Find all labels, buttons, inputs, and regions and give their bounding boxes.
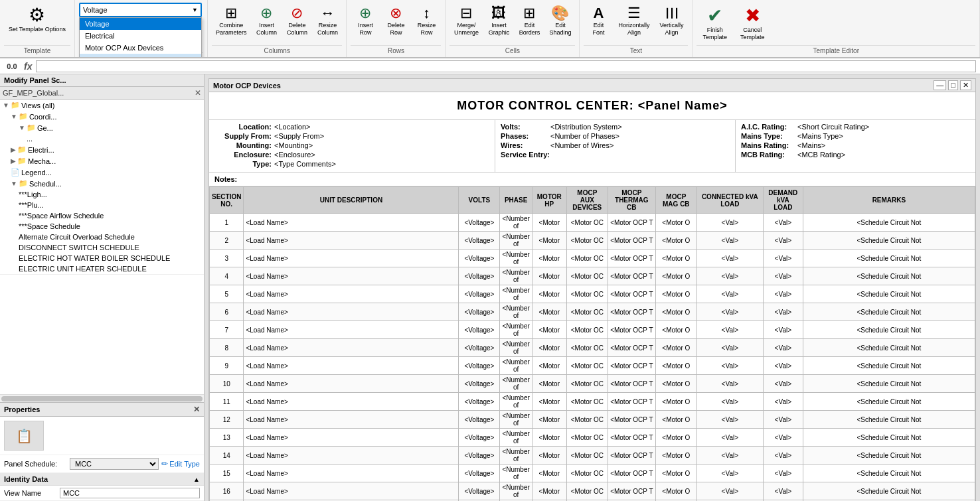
edit-type-label: Edit Type (169, 460, 200, 468)
tree-item-mecha[interactable]: ▶ 📁 Mecha... (0, 155, 204, 167)
table-cell: <Motor O (655, 285, 696, 303)
table-cell: <Motor O (655, 267, 696, 285)
table-cell: <Motor OC (566, 465, 608, 482)
close-panel-btn[interactable]: ✕ (960, 80, 971, 90)
combine-parameters-btn[interactable]: ⊞ CombineParameters (212, 3, 251, 38)
dropdown-item-electrical[interactable]: Electrical (80, 30, 201, 42)
table-cell: <Voltage> (459, 214, 500, 232)
table-cell: 16 (210, 482, 244, 500)
supply-row: Supply From: <Supply From> (214, 132, 489, 140)
table-cell: <Number of (500, 303, 532, 321)
table-cell: <Load Name> (244, 482, 459, 500)
table-cell: <Motor OC (566, 250, 608, 267)
table-cell: <Voltage> (459, 232, 500, 250)
tree-item-water-boiler[interactable]: ELECTRIC HOT WATER BOILER SCHEDULE (0, 253, 204, 263)
close-tree-btn[interactable]: ✕ (195, 88, 201, 98)
insert-graphic-btn[interactable]: 🖼 InsertGraphic (484, 3, 513, 38)
tree-item-space-airflow[interactable]: ***Space Airflow Schedule (0, 210, 204, 221)
dropdown-item-motor-ocp[interactable]: Motor OCP Aux Devices (80, 42, 201, 54)
merge-unmerge-btn[interactable]: ⊟ Merge/Unmerge (449, 3, 483, 38)
table-cell: <Motor OC (566, 447, 608, 465)
set-template-options-btn[interactable]: ⚙ Set Template Options (4, 3, 70, 36)
tree-item-coordi[interactable]: ▼ 📁 Coordi... (0, 111, 204, 122)
finish-template-btn[interactable]: ✔ FinishTemplate (696, 3, 733, 43)
tree-item-views[interactable]: ▼ 📁 Views (all) (0, 100, 204, 111)
delete-row-btn[interactable]: ⊗ DeleteRow (381, 3, 410, 38)
delete-column-btn[interactable]: ⊘ DeleteColumn (282, 3, 311, 38)
tree-item-space-schedule[interactable]: ***Space Schedule (0, 221, 204, 232)
tree-area: GF_MEP_Global... ✕ (0, 87, 204, 100)
cancel-template-btn[interactable]: ✖ CancelTemplate (734, 3, 771, 43)
table-cell: <Motor (532, 303, 566, 321)
tree-item-schedul[interactable]: ▼ 📁 Schedul... (0, 178, 204, 189)
v-align-btn[interactable]: ☰ VerticallyAlign (655, 3, 688, 38)
modify-panel-label: Modify Panel Sc... (4, 76, 66, 84)
identity-header[interactable]: Identity Data ▲ (0, 473, 204, 486)
resize-row-btn[interactable]: ↕ ResizeRow (412, 3, 441, 38)
tree-item-plu[interactable]: ***Plu... (0, 200, 204, 210)
table-cell: <Number of (500, 375, 532, 393)
table-cell: <Val> (696, 447, 763, 465)
table-cell: <Schedule Circuit Not (803, 250, 975, 267)
tree-item-ge[interactable]: ▼ 📁 Ge... (0, 122, 204, 133)
edit-font-btn[interactable]: A EditFont (584, 3, 613, 38)
view-name-label: View Name (4, 489, 57, 497)
insert-column-btn[interactable]: ⊕ InsertColumn (252, 3, 281, 38)
table-cell: <Schedule Circuit Not (803, 465, 975, 482)
voltage-dropdown[interactable]: Voltage ▼ (79, 3, 202, 17)
combine-params-label: CombineParameters (216, 22, 247, 36)
resize-column-btn[interactable]: ↔ ResizeColumn (313, 3, 342, 38)
content-area[interactable]: Motor OCP Devices — □ ✕ MOTOR CONTROL CE… (204, 74, 980, 501)
insert-row-label: InsertRow (358, 22, 373, 36)
panel-schedule-label: Panel Schedule: (4, 460, 67, 468)
table-cell: <Val> (696, 214, 763, 232)
table-cell: 4 (210, 267, 244, 285)
edit-type-link[interactable]: ✏ Edit Type (161, 459, 200, 468)
insert-row-btn[interactable]: ⊕ InsertRow (351, 3, 380, 38)
tree-scroll[interactable]: ▼ 📁 Views (all) ▼ 📁 Coordi... ▼ 📁 Ge... … (0, 100, 204, 394)
type-row: Type: <Type Comments> (214, 160, 489, 168)
table-cell: <Motor O (655, 393, 696, 411)
table-cell: <Number of (500, 482, 532, 500)
table-cell: 2 (210, 232, 244, 250)
minimize-btn[interactable]: — (934, 80, 946, 90)
restore-btn[interactable]: □ (948, 80, 958, 90)
fx-btn[interactable]: fx (24, 61, 32, 72)
close-properties-btn[interactable]: ✕ (193, 405, 200, 414)
table-cell: <Val> (696, 339, 763, 357)
table-cell: <Motor OCP T (608, 447, 655, 465)
edit-shading-btn[interactable]: 🎨 EditShading (545, 3, 575, 38)
dropdown-item-circuiting[interactable]: Electrical - Circuiting (80, 54, 201, 58)
hscroll-track[interactable] (1, 396, 203, 401)
h-align-btn[interactable]: ☰ HorizontallyAlign (614, 3, 653, 38)
tree-item-sub[interactable]: ... (0, 133, 204, 144)
dropdown-item-voltage[interactable]: Voltage (80, 18, 201, 30)
sub-label: ... (27, 135, 33, 143)
tree-hscroll[interactable] (0, 394, 204, 402)
tree-item-light[interactable]: ***Ligh... (0, 189, 204, 200)
table-cell: <Load Name> (244, 429, 459, 447)
tree-item-alternate[interactable]: Alternate Circuit Overload Schedule (0, 232, 204, 242)
view-name-input[interactable] (60, 488, 200, 498)
legend-label: Legend... (21, 169, 52, 177)
tree-item-disconnect[interactable]: DISCONNECT SWITCH SCHEDULE (0, 242, 204, 253)
volts-row: Volts: <Distribution System> (501, 123, 730, 131)
table-cell: <Motor OCP T (608, 411, 655, 429)
tree-item-electri[interactable]: ▶ 📁 Electri... (0, 144, 204, 155)
template-editor-inner: ✔ FinishTemplate ✖ CancelTemplate (696, 3, 975, 45)
table-cell: <Motor O (655, 482, 696, 500)
col-remarks: REMARKS (803, 187, 975, 214)
tree-item-unit-heater[interactable]: ELECTRIC UNIT HEATER SCHEDULE (0, 263, 204, 275)
tree-item-legend[interactable]: 📄 Legend... (0, 167, 204, 178)
table-row: 16<Load Name><Voltage><Number of<Motor<M… (210, 482, 975, 500)
edit-borders-label: EditBorders (519, 22, 540, 36)
formula-input[interactable] (36, 60, 976, 72)
table-cell: <Load Name> (244, 285, 459, 303)
edit-borders-btn[interactable]: ⊞ EditBorders (515, 3, 544, 38)
table-cell: <Voltage> (459, 250, 500, 267)
table-cell: <Load Name> (244, 303, 459, 321)
mecha-expand-icon: ▶ (11, 157, 16, 165)
info-right: Volts: <Distribution System> Phases: <Nu… (495, 120, 736, 172)
identity-data-label: Identity Data (4, 475, 48, 483)
panel-schedule-select[interactable]: MCC (70, 458, 159, 470)
